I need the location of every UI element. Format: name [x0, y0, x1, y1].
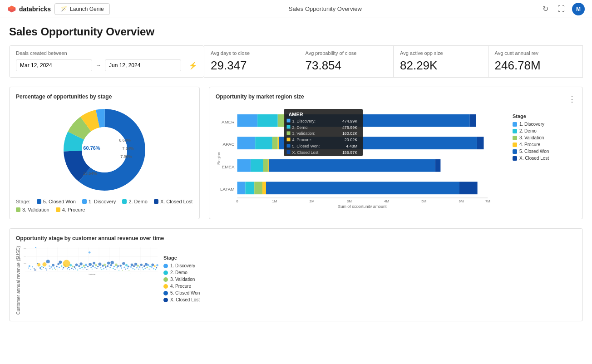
tooltip-row-6-label: X. Closed Lost: [292, 150, 319, 155]
dot [155, 269, 156, 270]
dot [107, 262, 110, 265]
metric-value-days: 29.347 [211, 59, 292, 73]
start-date-input[interactable] [16, 59, 92, 71]
date-filter-label: Deals created between [16, 50, 197, 56]
scatter-legend-item-6: X. Closed Lost [163, 297, 222, 302]
metric-card-rev: Avg cust annual rev 246.78M [488, 45, 583, 78]
refresh-icon-button[interactable]: ↻ [541, 3, 550, 15]
metric-value-opp: 82.29K [400, 59, 482, 73]
bar-swatch-closed-lost [513, 156, 517, 161]
legend-item-closed-won: 5. Closed Won [37, 199, 76, 204]
legend-item-discovery: 1. Discovery [82, 199, 116, 204]
x-tick-apr09: Apr 09, 2024 [96, 272, 102, 274]
dot [133, 265, 135, 267]
dot [127, 268, 128, 269]
dot [61, 266, 62, 267]
y-label-emea: EMEA [222, 164, 235, 169]
dot [104, 264, 106, 266]
x-tick-apr01: Apr 01, 2024 [75, 272, 81, 274]
x-tick-apr21: Apr 21, 2024 [127, 272, 133, 274]
bar-swatch-closed-won [513, 149, 517, 154]
dot [73, 269, 74, 270]
tooltip-row-5-val: 4.48M [346, 144, 357, 148]
dot [59, 261, 62, 264]
more-options-icon[interactable]: ⋮ [568, 94, 576, 104]
dot [55, 269, 56, 270]
bar-legend-label-discovery: 1. Discovery [519, 122, 544, 127]
scatter-chart-card: Opportunity stage by customer annual rev… [9, 228, 583, 321]
dot-large [63, 260, 70, 267]
x-tick-apr29: Apr 29, 2024 [148, 272, 154, 274]
header-center-text: Sales Opportunity Overview [289, 5, 362, 12]
dot [119, 265, 122, 267]
dot [140, 264, 143, 266]
charts-row: Percentage of opportunities by stage 6.6… [9, 87, 583, 219]
dot [46, 270, 47, 271]
legend-item-procure: 4. Procure [56, 207, 85, 212]
date-sync-icon[interactable]: ⚡ [188, 61, 197, 70]
y-tick-400m: 400M [24, 256, 26, 257]
dot [75, 264, 78, 266]
scatter-legend-item-5: 5. Closed Won [163, 290, 222, 295]
dot [147, 264, 149, 266]
x-tick-7m: 7M [485, 199, 490, 203]
scatter-legend-label-demo: 2. Demo [170, 270, 187, 275]
tooltip-row-2-val: 475.99K [342, 125, 357, 130]
dot [93, 262, 95, 265]
dot [63, 267, 64, 269]
x-axis-title: Sum of opportunity amount [338, 204, 387, 208]
legend-dot-closed-lost [154, 199, 158, 204]
dot [122, 270, 123, 271]
tooltip-row-3-val: 160.02K [342, 131, 357, 136]
dot [72, 266, 74, 267]
fullscreen-icon-button[interactable]: ⛶ [556, 3, 567, 15]
scatter-chart-legend: Stage 1. Discovery 2. Demo 3. Validation… [163, 246, 222, 315]
scatter-y-axis-label: Customer annual revenue ($USD) [16, 246, 21, 315]
bar-chart-card: Opportunity by market region size ⋮ AMER… [209, 87, 583, 219]
dot [103, 268, 104, 270]
dot [107, 265, 109, 267]
dot [105, 266, 106, 268]
dot [79, 262, 82, 265]
scatter-swatch-closed-won [163, 291, 168, 295]
legend-label-demo: 2. Demo [128, 199, 148, 204]
launch-genie-button[interactable]: 🪄 Launch Genie [54, 3, 110, 15]
donut-label-procure: 6.60% [119, 138, 131, 143]
metric-label-rev: Avg cust annual rev [495, 50, 577, 56]
dot [92, 269, 93, 270]
dot [118, 270, 119, 271]
scatter-swatch-discovery [163, 264, 168, 268]
bar-legend-item-5: 5. Closed Won [513, 149, 576, 154]
dot [151, 266, 153, 268]
dot [121, 267, 122, 269]
dot [86, 269, 87, 270]
end-date-input[interactable] [105, 59, 181, 71]
legend-item-demo: 2. Demo [122, 199, 148, 204]
dot [28, 267, 29, 268]
scatter-legend-item-2: 2. Demo [163, 270, 222, 275]
x-tick-mar12: Mar 12, 2024 [24, 272, 30, 274]
dot [42, 262, 46, 266]
tooltip-row-6-val: 156.97K [342, 150, 357, 155]
metrics-section: Deals created between → ⚡ Avg days to cl… [9, 45, 583, 78]
scatter-chart-title: Opportunity stage by customer annual rev… [16, 235, 576, 241]
tooltip-dot-2 [287, 125, 291, 129]
dot [78, 265, 80, 267]
metric-card-opp: Avg active opp size 82.29K [394, 45, 488, 78]
tooltip-dot-6 [287, 150, 291, 154]
scatter-layout: Customer annual revenue ($USD) 0 200M 40… [16, 246, 576, 315]
dot [125, 269, 126, 270]
dot [85, 264, 87, 266]
scatter-legend-label-procure: 4. Procure [170, 284, 191, 289]
x-tick-mar24: Mar 24, 2024 [54, 272, 60, 274]
y-label-latam: LATAM [220, 187, 235, 192]
donut-label-main: 60.76% [83, 145, 100, 151]
scatter-legend-item-3: 3. Validation [163, 277, 222, 282]
scatter-legend-label-validation: 3. Validation [170, 277, 195, 282]
date-range: → ⚡ [16, 59, 197, 71]
dot [149, 266, 151, 267]
databricks-icon [7, 5, 16, 14]
avatar[interactable]: M [572, 3, 585, 15]
dot [45, 268, 46, 269]
dot [89, 251, 91, 254]
